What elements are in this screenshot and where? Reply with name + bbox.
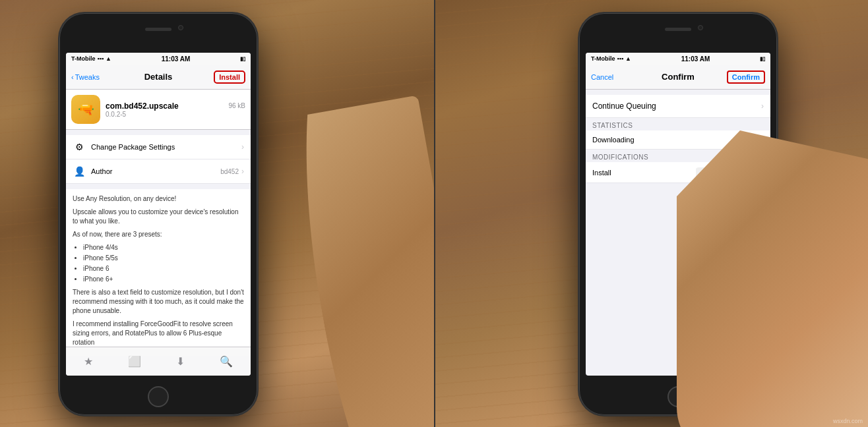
nav-bar-1: ‹ Tweaks Details Install	[66, 65, 251, 90]
list-row-author[interactable]: 👤 Author bd452 ›	[66, 159, 251, 184]
tab-bar-1: ★ ⬜ ⬇ 🔍	[66, 347, 251, 376]
wifi-icon-1: ▲	[106, 55, 111, 62]
signal-1: ▪▪▪	[98, 55, 104, 62]
author-value: bd452	[220, 168, 239, 175]
settings-label: Change Package Settings	[91, 143, 241, 151]
carrier-1: T-Mobile	[71, 55, 96, 62]
back-button-1[interactable]: ‹ Tweaks	[71, 73, 100, 81]
install-mod-label: Install	[592, 169, 611, 177]
wifi-icon-2: ▲	[625, 55, 631, 62]
iphone-speaker-2	[665, 28, 691, 31]
list-section: ⚙ Change Package Settings › 👤 Author bd4…	[66, 135, 251, 184]
desc-p2: Upscale allows you to customize your dev…	[73, 208, 244, 226]
panel-divider	[434, 0, 435, 427]
package-version: 0.0.2-5	[106, 111, 245, 118]
tab-download[interactable]: ⬇	[176, 355, 185, 368]
panel-1: T-Mobile ▪▪▪ ▲ 11:03 AM ▮▯ ‹ Tweaks Deta…	[0, 0, 434, 427]
desc-item-4: iPhone 6+	[83, 275, 244, 284]
signal-2: ▪▪▪	[617, 55, 624, 62]
iphone-speaker	[145, 28, 171, 31]
package-header: 🔫 com.bd452.upscale 96 kB 0.0.2-5	[66, 90, 251, 130]
iphone-home-button-1[interactable]	[148, 386, 169, 407]
confirm-nav: Cancel Confirm Confirm	[586, 65, 770, 90]
description-text: Use Any Resolution, on any device! Upsca…	[73, 194, 244, 347]
battery-icon-1: ▮▯	[240, 56, 245, 62]
statistics-header: Statistics	[586, 118, 770, 130]
battery-icon-2: ▮▯	[760, 56, 765, 62]
package-icon-emoji: 🔫	[78, 101, 94, 117]
status-left-1: T-Mobile ▪▪▪ ▲	[71, 55, 111, 62]
tab-featured[interactable]: ★	[84, 355, 93, 368]
status-left-2: T-Mobile ▪▪▪ ▲	[591, 55, 631, 62]
package-info: com.bd452.upscale 96 kB 0.0.2-5	[106, 101, 245, 118]
description-section: Use Any Resolution, on any device! Upsca…	[66, 189, 251, 356]
chevron-left-icon: ‹	[71, 73, 74, 81]
status-time-2: 11:03 AM	[681, 55, 710, 63]
iphone-camera	[178, 25, 183, 30]
list-row-settings[interactable]: ⚙ Change Package Settings ›	[66, 135, 251, 159]
panel-2: T-Mobile ▪▪▪ ▲ 11:03 AM ▮▯ Cancel Confir…	[434, 0, 868, 427]
author-label: Author	[91, 167, 220, 175]
settings-icon: ⚙	[73, 140, 86, 154]
package-name: com.bd452.upscale	[106, 101, 179, 111]
author-icon: 👤	[73, 165, 86, 178]
desc-item-1: iPhone 4/4s	[83, 243, 244, 252]
search-icon: 🔍	[220, 355, 233, 368]
confirm-button[interactable]: Confirm	[727, 71, 765, 84]
author-chevron-icon: ›	[241, 167, 244, 176]
download-icon: ⬇	[176, 355, 185, 368]
status-bar-1: T-Mobile ▪▪▪ ▲ 11:03 AM ▮▯	[66, 53, 251, 65]
desc-p3: As of now, there are 3 presets:	[73, 230, 244, 239]
featured-icon: ★	[84, 355, 93, 368]
installed-icon: ⬜	[128, 355, 141, 368]
downloading-label: Downloading	[592, 136, 635, 144]
desc-p4: There is also a text field to customize …	[73, 288, 244, 316]
desc-item-3: iPhone 6	[83, 264, 244, 273]
status-right-1: ▮▯	[240, 56, 245, 62]
back-label-1: Tweaks	[75, 73, 100, 81]
hand-right	[677, 130, 868, 427]
cancel-button[interactable]: Cancel	[591, 73, 613, 81]
continue-queuing-row[interactable]: Continue Queuing ›	[586, 95, 770, 118]
tab-installed[interactable]: ⬜	[128, 355, 141, 368]
iphone-screen-1: T-Mobile ▪▪▪ ▲ 11:03 AM ▮▯ ‹ Tweaks Deta…	[66, 53, 251, 376]
watermark: wsxdn.com	[833, 418, 863, 424]
status-bar-2: T-Mobile ▪▪▪ ▲ 11:03 AM ▮▯	[586, 53, 770, 65]
package-size: 96 kB	[228, 102, 245, 109]
desc-item-2: iPhone 5/5s	[83, 254, 244, 263]
queue-label: Continue Queuing	[592, 101, 656, 111]
carrier-2: T-Mobile	[591, 55, 615, 62]
tab-search[interactable]: 🔍	[220, 355, 233, 368]
confirm-title: Confirm	[662, 72, 695, 82]
status-right-2: ▮▯	[760, 56, 765, 62]
queue-chevron-icon: ›	[761, 101, 764, 111]
iphone-camera-2	[698, 25, 703, 30]
desc-list: iPhone 4/4s iPhone 5/5s iPhone 6 iPhone …	[83, 243, 244, 284]
desc-p1: Use Any Resolution, on any device!	[73, 194, 244, 204]
status-time-1: 11:03 AM	[162, 55, 191, 63]
install-button-1[interactable]: Install	[214, 71, 245, 84]
desc-p5: I recommend installing ForceGoodFit to r…	[73, 320, 244, 347]
iphone-device-1: T-Mobile ▪▪▪ ▲ 11:03 AM ▮▯ ‹ Tweaks Deta…	[59, 13, 257, 415]
nav-title-1: Details	[144, 72, 173, 82]
package-icon: 🔫	[71, 95, 100, 124]
settings-chevron-icon: ›	[241, 142, 244, 152]
